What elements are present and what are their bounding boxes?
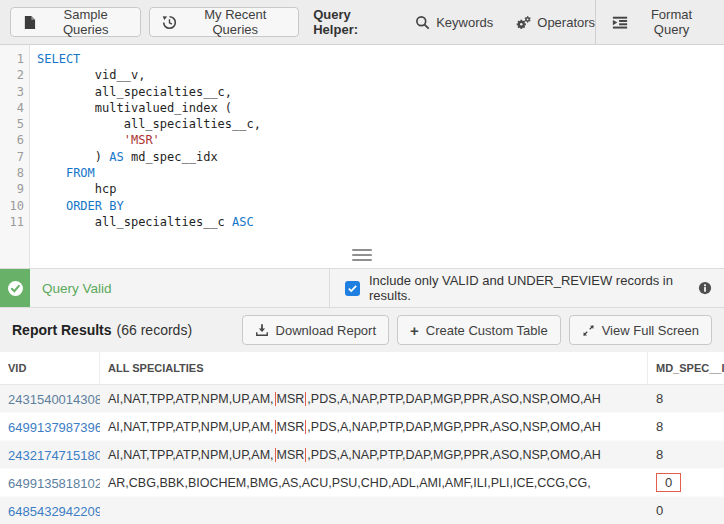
code-line: 9 hcp xyxy=(0,181,724,197)
view-full-screen-label: View Full Screen xyxy=(602,323,699,338)
history-icon xyxy=(162,15,177,30)
sample-queries-label: Sample Queries xyxy=(43,7,128,37)
vid-link[interactable]: 649913798739641408 xyxy=(8,420,100,435)
sql-keyword: AS xyxy=(109,150,123,164)
table-body: 243154001430840322AI,NAT,TPP,ATP,NPM,UP,… xyxy=(0,385,724,524)
vid-link[interactable]: 243154001430840322 xyxy=(8,392,100,407)
highlight-box: MSR xyxy=(275,448,307,462)
sample-queries-button[interactable]: Sample Queries xyxy=(10,7,141,37)
md-spec-idx-cell: 8 xyxy=(648,447,724,462)
include-records-section: Include only VALID and UNDER_REVIEW reco… xyxy=(330,269,724,307)
sql-editor[interactable]: 1SELECT2 vid__v,3 all_specialties__c,4 m… xyxy=(0,45,724,268)
vid-link[interactable]: 648543294220944411 xyxy=(8,504,100,519)
report-results-count: (66 records) xyxy=(117,322,192,338)
table-row: 649913581810238522AR,CBG,BBK,BIOCHEM,BMG… xyxy=(0,469,724,497)
sql-string: 'MSR' xyxy=(124,133,160,147)
info-icon[interactable] xyxy=(698,281,712,295)
code-line: 5 all_specialties__c, xyxy=(0,116,724,132)
code-text: multivalued_index ( xyxy=(24,100,232,116)
keywords-label: Keywords xyxy=(436,15,493,30)
line-number: 1 xyxy=(0,51,24,67)
download-report-button[interactable]: Download Report xyxy=(242,315,389,345)
download-icon xyxy=(255,323,269,337)
vid-cell: 649913581810238522 xyxy=(0,474,100,492)
vid-cell: 649913798739641408 xyxy=(0,418,100,436)
code-line: 11 all_specialties__c ASC xyxy=(0,214,724,230)
code-text: FROM xyxy=(24,165,95,181)
sql-text: all_specialties__c xyxy=(37,215,232,229)
code-text: all_specialties__c, xyxy=(24,116,261,132)
query-tool-window: Sample Queries My Recent Queries Query H… xyxy=(0,0,724,524)
md-spec-idx-cell: 0 xyxy=(648,503,724,518)
table-row: 243217471518016514AI,NAT,TPP,ATP,NPM,UP,… xyxy=(0,441,724,469)
keywords-button[interactable]: Keywords xyxy=(415,15,493,30)
sql-text xyxy=(37,199,66,213)
operators-button[interactable]: Operators xyxy=(515,15,595,30)
status-bar: Query Valid Include only VALID and UNDER… xyxy=(0,268,724,308)
sql-keyword: ASC xyxy=(232,215,254,229)
specialties-cell: AR,CBG,BBK,BIOCHEM,BMG,AS,ACU,PSU,CHD,AD… xyxy=(100,476,648,490)
toolbar: Sample Queries My Recent Queries Query H… xyxy=(0,0,724,45)
idx-value: 8 xyxy=(656,447,663,462)
sql-text: vid__v, xyxy=(37,68,145,82)
code-text: hcp xyxy=(24,181,116,197)
my-recent-queries-label: My Recent Queries xyxy=(184,7,286,37)
line-number: 3 xyxy=(0,84,24,100)
vid-cell: 243217471518016514 xyxy=(0,446,100,464)
sql-text: md_spec__idx xyxy=(124,150,218,164)
table-row: 243154001430840322AI,NAT,TPP,ATP,NPM,UP,… xyxy=(0,385,724,413)
create-custom-table-label: Create Custom Table xyxy=(426,323,548,338)
vid-link[interactable]: 649913581810238522 xyxy=(8,476,100,491)
format-query-button[interactable]: Format Query xyxy=(596,0,724,44)
sql-text: all_specialties__c, xyxy=(37,117,261,131)
line-number: 8 xyxy=(0,165,24,181)
code-line: 7 ) AS md_spec__idx xyxy=(0,149,724,165)
line-number: 4 xyxy=(0,100,24,116)
md-spec-idx-cell: 8 xyxy=(648,391,724,406)
include-records-label: Include only VALID and UNDER_REVIEW reco… xyxy=(369,273,689,303)
operators-label: Operators xyxy=(537,15,595,30)
expand-icon xyxy=(582,324,595,337)
column-header-vid: VID xyxy=(0,352,100,384)
grip-handle-icon[interactable] xyxy=(352,249,372,262)
indent-icon xyxy=(612,16,628,29)
highlight-box: 0 xyxy=(656,473,681,492)
table-row: 6485432942209444110 xyxy=(0,497,724,524)
code-line: 3 all_specialties__c, xyxy=(0,84,724,100)
sql-text: all_specialties__c, xyxy=(37,85,232,99)
include-records-checkbox[interactable] xyxy=(345,281,360,296)
code-text: ) AS md_spec__idx xyxy=(24,149,218,165)
md-spec-idx-cell: 0 xyxy=(648,473,724,492)
line-number: 7 xyxy=(0,149,24,165)
my-recent-queries-button[interactable]: My Recent Queries xyxy=(149,7,299,37)
create-custom-table-button[interactable]: + Create Custom Table xyxy=(397,315,561,345)
query-valid-section: Query Valid xyxy=(0,269,330,307)
sql-keyword: ORDER BY xyxy=(66,199,124,213)
code-line: 6 'MSR' xyxy=(0,132,724,148)
table-header-row: VID ALL SPECIALTIES MD_SPEC__IDX xyxy=(0,352,724,385)
table-row: 649913798739641408AI,NAT,TPP,ATP,NPM,UP,… xyxy=(0,413,724,441)
highlight-box: MSR xyxy=(275,420,307,434)
code-line: 10 ORDER BY xyxy=(0,198,724,214)
vid-cell: 243154001430840322 xyxy=(0,390,100,408)
code-line: 4 multivalued_index ( xyxy=(0,100,724,116)
code-text: all_specialties__c, xyxy=(24,84,232,100)
specialties-cell: AI,NAT,TPP,ATP,NPM,UP,AM,MSR,PDS,A,NAP,P… xyxy=(100,392,648,406)
code-text: ORDER BY xyxy=(24,198,124,214)
code-line: 1SELECT xyxy=(0,51,724,67)
view-full-screen-button[interactable]: View Full Screen xyxy=(569,315,712,345)
code-line: 2 vid__v, xyxy=(0,67,724,83)
download-report-label: Download Report xyxy=(276,323,376,338)
vid-link[interactable]: 243217471518016514 xyxy=(8,448,100,463)
results-table: VID ALL SPECIALTIES MD_SPEC__IDX 2431540… xyxy=(0,352,724,524)
check-circle-icon xyxy=(0,269,30,307)
code-line: 8 FROM xyxy=(0,165,724,181)
line-number: 2 xyxy=(0,67,24,83)
specialties-cell: AI,NAT,TPP,ATP,NPM,UP,AM,MSR,PDS,A,NAP,P… xyxy=(100,420,648,434)
sql-keyword: SELECT xyxy=(37,52,80,66)
search-icon xyxy=(415,15,430,30)
code-text: vid__v, xyxy=(24,67,145,83)
code-text: all_specialties__c ASC xyxy=(24,214,254,230)
sql-text: ) xyxy=(37,150,109,164)
plus-icon: + xyxy=(410,323,419,338)
